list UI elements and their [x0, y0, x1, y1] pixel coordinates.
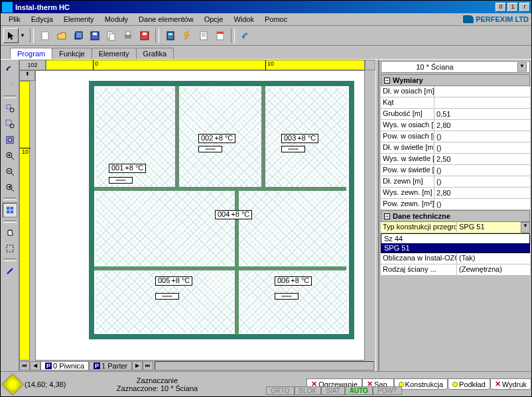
inner-wall[interactable] — [261, 86, 265, 189]
prop-value[interactable] — [434, 120, 530, 131]
floorplan[interactable]: 001 +8 °C ═══ 002 +8 °C ═══ 003 +8 °C ══… — [89, 81, 354, 339]
tab-grafika[interactable]: Grafika — [136, 48, 174, 59]
pointer-tool[interactable] — [3, 28, 19, 43]
sheet-next[interactable]: ▶ — [132, 361, 143, 370]
prop-row[interactable]: Wys. w świetle [m] — [381, 154, 530, 165]
save-multi-button[interactable] — [70, 28, 86, 43]
zoom-region-tool[interactable] — [3, 101, 17, 115]
inner-wall[interactable] — [235, 190, 239, 268]
prop-row[interactable]: Dł. zewn [m] — [381, 176, 530, 188]
collapse-icon[interactable]: − — [384, 78, 390, 84]
prop-value[interactable] — [434, 188, 530, 198]
mode-blok[interactable]: BLOK — [295, 386, 322, 395]
prop-value[interactable] — [434, 86, 530, 97]
prop-row-typ[interactable]: Typ konstrukcji przegrody SPG 51 ▼ — [381, 222, 530, 233]
dropdown-list[interactable]: Sz 44 SPG 51 — [381, 233, 530, 253]
layer-tab-podklad[interactable]: Podkład — [448, 378, 490, 390]
calc-button[interactable] — [163, 28, 178, 43]
tab-elementy[interactable]: Elementy — [92, 48, 137, 59]
dropdown-option[interactable]: Sz 44 — [381, 234, 529, 243]
inner-wall[interactable] — [94, 187, 346, 191]
grid-tool[interactable] — [3, 203, 17, 217]
prop-row[interactable]: Wys. zewn. [m] — [381, 188, 530, 199]
flash-button[interactable] — [179, 28, 194, 43]
prop-value[interactable]: (Tak) — [457, 253, 530, 264]
inner-wall[interactable] — [94, 266, 346, 270]
layer-tab-wydruk[interactable]: ✕Wydruk — [490, 378, 531, 390]
list-button[interactable] — [212, 28, 228, 43]
menu-pomoc[interactable]: Pomoc — [259, 14, 293, 25]
zoom-window-tool[interactable] — [3, 117, 17, 131]
prop-value[interactable] — [434, 154, 530, 164]
prop-row[interactable]: Dł. w świetle [m] — [381, 142, 530, 154]
menu-edycja[interactable]: Edycja — [26, 14, 58, 25]
prop-row[interactable]: Wys. w osiach [m] — [381, 120, 530, 131]
close-button[interactable]: r — [519, 3, 530, 12]
zoom-prev-tool[interactable] — [3, 180, 17, 195]
prop-value[interactable] — [434, 109, 530, 119]
mode-powt[interactable]: POWT — [373, 386, 402, 395]
menu-opcje[interactable]: Opcje — [199, 14, 229, 25]
sheet-tab-0[interactable]: P0 Piwnica — [40, 361, 89, 370]
prop-row[interactable]: Grubość [m] — [381, 109, 530, 120]
prop-value[interactable]: (Zewnętrzna) — [457, 264, 530, 275]
scrollbar-vertical[interactable] — [365, 70, 375, 361]
prop-value[interactable] — [434, 131, 530, 142]
report-button[interactable] — [196, 28, 211, 43]
ruler-corner[interactable]: 102 — [19, 60, 46, 70]
print-button[interactable] — [120, 28, 135, 43]
undo-button[interactable] — [238, 28, 253, 43]
props-dropdown-icon[interactable]: ▼ — [517, 62, 527, 72]
prop-row[interactable]: Pow. zewn. [m²] — [381, 199, 530, 210]
zoom-in-tool[interactable] — [3, 148, 17, 163]
redo-tool[interactable] — [3, 78, 17, 93]
inner-wall[interactable] — [175, 86, 179, 189]
tab-program[interactable]: Program — [10, 48, 52, 59]
copy-button[interactable] — [103, 28, 119, 43]
sheet-tab-1[interactable]: P1 Parter — [89, 361, 132, 370]
props-title-row[interactable]: 10 * Ściana ▼ — [381, 61, 530, 73]
prop-value[interactable] — [434, 165, 530, 176]
menu-widok[interactable]: Widok — [228, 14, 259, 25]
pointer-dropdown[interactable]: ▼ — [20, 32, 27, 38]
menu-dane[interactable]: Dane elementów — [133, 14, 199, 25]
prop-value[interactable] — [434, 142, 530, 153]
save-button[interactable] — [87, 28, 102, 43]
sheet-last[interactable]: ⏭ — [143, 361, 153, 370]
prop-value[interactable]: SPG 51 — [457, 222, 521, 233]
menu-plik[interactable]: Plik — [3, 14, 26, 25]
select-rect-tool[interactable] — [3, 241, 17, 256]
sheet-first[interactable]: ⏮ — [19, 361, 30, 370]
ruler-horizontal[interactable]: 0 10 — [46, 60, 365, 70]
scrollbar-horizontal[interactable] — [155, 361, 374, 370]
dropdown-button[interactable]: ▼ — [521, 222, 530, 233]
prop-row[interactable]: Dł. w osiach [m] — [381, 86, 530, 97]
prop-row[interactable]: Pow. w osiach [m²] — [381, 131, 530, 142]
sheet-prev[interactable]: ◀ — [30, 361, 40, 370]
prop-row[interactable]: Kąt — [381, 97, 530, 109]
prop-value[interactable] — [434, 199, 530, 209]
prop-row[interactable]: Rodzaj ściany ... (Zewnętrzna) — [381, 264, 530, 276]
mode-auto[interactable]: AUTO — [345, 386, 373, 395]
maximize-button[interactable]: 1 — [507, 3, 518, 12]
mode-orto[interactable]: ORTO — [266, 386, 295, 395]
menu-elementy[interactable]: Elementy — [58, 14, 100, 25]
ruler-vertical[interactable]: 10 — [19, 81, 30, 361]
drawing-canvas[interactable]: 001 +8 °C ═══ 002 +8 °C ═══ 003 +8 °C ══… — [35, 70, 365, 361]
open-button[interactable] — [54, 28, 69, 43]
minimize-button[interactable]: 0 — [496, 3, 506, 12]
prop-row[interactable]: Pow. w świetle [m²] — [381, 165, 530, 176]
prop-value[interactable] — [434, 176, 530, 187]
mode-siat[interactable]: SIAT — [321, 386, 344, 395]
new-button[interactable] — [37, 28, 52, 43]
undo-tool[interactable] — [3, 62, 17, 77]
collapse-icon[interactable]: − — [384, 213, 390, 219]
inner-wall[interactable] — [235, 270, 239, 335]
prop-value[interactable] — [434, 97, 530, 108]
prop-row[interactable]: Obliczana w Instal-OZC (Tak) — [381, 253, 530, 264]
dropdown-option-selected[interactable]: SPG 51 — [381, 243, 529, 253]
section-dane[interactable]: −Dane techniczne — [381, 210, 530, 222]
menu-moduly[interactable]: Moduły — [100, 14, 133, 25]
draw-tool[interactable] — [3, 264, 17, 278]
export-button[interactable] — [137, 28, 152, 43]
